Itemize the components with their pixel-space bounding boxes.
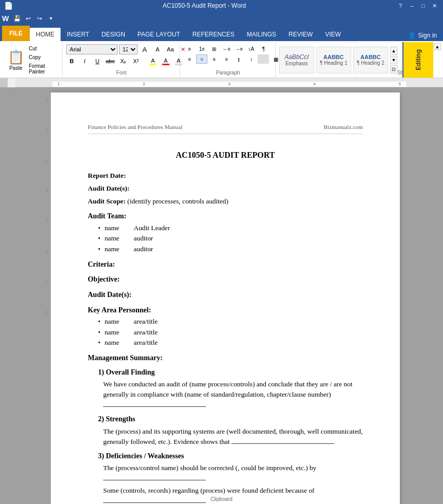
font-group: Arial 12 A A Aa ✕ B I U abc X₂ X² A	[63, 42, 181, 78]
document-area: 12345678 Finance Policies and Procedures…	[0, 87, 443, 504]
personnel-member-2: name area/title	[98, 328, 363, 338]
columns-button[interactable]: ⫿	[233, 54, 244, 64]
styles-scroll-down-btn[interactable]: ▼	[390, 56, 397, 64]
paragraph-group: ≡ 1≡ ⊞ ←≡ →≡ ↕A ¶ ≡ ≡ ≡ ≡ ⫿ ↕ ▦ Paragrap…	[181, 42, 275, 78]
style-item-heading1[interactable]: AABBC ¶ Heading 1	[316, 47, 351, 73]
show-marks-button[interactable]: ¶	[258, 44, 269, 53]
numbering-button[interactable]: 1≡	[196, 44, 207, 53]
font-color-button[interactable]: A	[160, 56, 171, 66]
cut-button[interactable]: Cut	[27, 45, 59, 52]
copy-button[interactable]: Copy	[27, 53, 59, 61]
restore-button[interactable]: □	[418, 2, 428, 9]
redo-quick-btn[interactable]: ↪	[34, 13, 45, 24]
team-member-1: name Audit Leader	[98, 223, 363, 233]
editing-group: Editing	[402, 42, 433, 78]
save-quick-btn[interactable]: 💾	[12, 13, 22, 24]
objective-heading: Objective:	[88, 274, 363, 285]
underline-button[interactable]: U	[92, 56, 103, 66]
font-size-select[interactable]: 12	[119, 44, 138, 54]
bold-button[interactable]: B	[66, 56, 78, 66]
word-logo-icon: W	[2, 14, 9, 23]
font-name-select[interactable]: Arial	[66, 44, 118, 54]
deficiencies-body1: The (process/control name) should be cor…	[103, 463, 363, 483]
team-member-3: name auditor	[98, 245, 363, 254]
help-button[interactable]: ?	[396, 2, 405, 9]
tab-bar: FILE HOME INSERT DESIGN PAGE LAYOUT REFE…	[0, 26, 443, 41]
document-title: AC1050-5 AUDIT REPORT	[88, 150, 363, 161]
multilevel-button[interactable]: ⊞	[208, 44, 220, 53]
tab-view[interactable]: VIEW	[319, 28, 347, 41]
tab-home[interactable]: HOME	[30, 28, 61, 41]
overall-finding-heading: 1) Overall Finding	[98, 367, 363, 378]
minimize-button[interactable]: –	[407, 2, 416, 9]
paste-button[interactable]: 📋 Paste	[5, 43, 27, 77]
styles-scroll-up-btn[interactable]: ▲	[390, 47, 397, 55]
audit-scope-field: Audit Scope: (identify processes, contro…	[88, 197, 363, 207]
clipboard-label: Clipboard	[210, 496, 233, 503]
personnel-member-1: name area/title	[98, 317, 363, 327]
strengths-heading: 2) Strengths	[98, 414, 363, 424]
collapse-ribbon-button[interactable]: ▲	[434, 43, 441, 50]
customize-quick-btn[interactable]: ▼	[46, 13, 56, 24]
decrease-indent-button[interactable]: ←≡	[221, 44, 232, 53]
bullets-button[interactable]: ≡	[184, 44, 195, 53]
grow-font-button[interactable]: A	[139, 44, 150, 54]
paste-icon: 📋	[8, 49, 24, 65]
clipboard-group: 📋 Paste Cut Copy Format Painter Clipboar…	[2, 42, 63, 78]
audit-dates2-heading: Audit Date(s):	[88, 290, 363, 300]
deficiencies-heading: 3) Deficiencies / Weaknesses	[98, 451, 363, 461]
styles-group: AaBbCcI Emphasis AABBC ¶ Heading 1 AABBC…	[276, 42, 402, 78]
strikethrough-button[interactable]: abc	[105, 56, 116, 66]
management-summary-heading: Management Summary:	[88, 353, 363, 363]
tab-references[interactable]: REFERENCES	[186, 28, 241, 41]
ruler-area: 1 2 3 4 5	[0, 78, 443, 87]
tab-file[interactable]: FILE	[2, 26, 30, 41]
page-header: Finance Policies and Procedures Manual B…	[88, 123, 363, 134]
ribbon: 📋 Paste Cut Copy Format Painter Clipboar…	[0, 41, 443, 78]
report-date-field: Report Date:	[88, 171, 363, 181]
style-item-heading2[interactable]: AABBC ¶ Heading 2	[353, 47, 388, 73]
sign-in-button[interactable]: 👤 Sign in	[404, 30, 441, 41]
criteria-heading: Criteria:	[88, 259, 363, 270]
styles-expand-btn[interactable]: ⊡	[390, 65, 397, 73]
paragraph-group-label: Paragraph	[216, 70, 240, 77]
close-button[interactable]: ✕	[430, 2, 439, 9]
justify-button[interactable]: ≡	[221, 54, 232, 64]
tab-review[interactable]: REVIEW	[282, 28, 319, 41]
shrink-font-button[interactable]: A	[152, 44, 163, 54]
team-member-2: name auditor	[98, 234, 363, 244]
align-center-button[interactable]: ≡	[196, 54, 207, 64]
change-case-button[interactable]: Aa	[165, 44, 176, 54]
format-painter-button[interactable]: Format Painter	[27, 62, 59, 76]
align-right-button[interactable]: ≡	[208, 54, 220, 64]
font-group-label: Font	[117, 70, 127, 77]
tab-design[interactable]: DESIGN	[95, 28, 131, 41]
increase-indent-button[interactable]: →≡	[233, 44, 244, 53]
document-page: Finance Policies and Procedures Manual B…	[51, 92, 400, 504]
tab-mailings[interactable]: MAILINGS	[241, 28, 282, 41]
tab-page-layout[interactable]: PAGE LAYOUT	[131, 28, 186, 41]
style-item-emphasis[interactable]: AaBbCcI Emphasis	[279, 47, 314, 73]
text-highlight-button[interactable]: A	[147, 56, 159, 66]
ruler: 1 2 3 4 5	[15, 78, 443, 87]
align-left-button[interactable]: ≡	[184, 54, 195, 64]
font-row-2: B I U abc X₂ X² A A A	[66, 56, 184, 66]
title-bar: 📄 AC1050-5 Audit Report - Word ? – □ ✕	[0, 0, 443, 11]
tab-insert[interactable]: INSERT	[61, 28, 95, 41]
undo-quick-btn[interactable]: ↩	[23, 13, 33, 24]
window-title: AC1050-5 Audit Report - Word	[13, 2, 396, 9]
shading-button[interactable]	[258, 54, 269, 64]
sort-button[interactable]: ↕A	[245, 44, 257, 53]
audit-dates-field: Audit Date(s):	[88, 184, 363, 194]
subscript-button[interactable]: X₂	[118, 56, 129, 66]
editing-label: Editing	[415, 49, 422, 70]
person-icon: 👤	[408, 32, 416, 39]
key-personnel-heading: Key Area Personnel:	[88, 305, 363, 315]
italic-button[interactable]: I	[79, 56, 90, 66]
line-spacing-button[interactable]: ↕	[245, 54, 257, 64]
deficiencies-body2: Some (controls, records) regarding (proc…	[103, 486, 363, 504]
audit-team-heading: Audit Team:	[88, 211, 363, 221]
superscript-button[interactable]: X²	[130, 56, 142, 66]
header-left: Finance Policies and Procedures Manual	[88, 123, 182, 132]
font-row-1: Arial 12 A A Aa ✕	[66, 44, 189, 54]
